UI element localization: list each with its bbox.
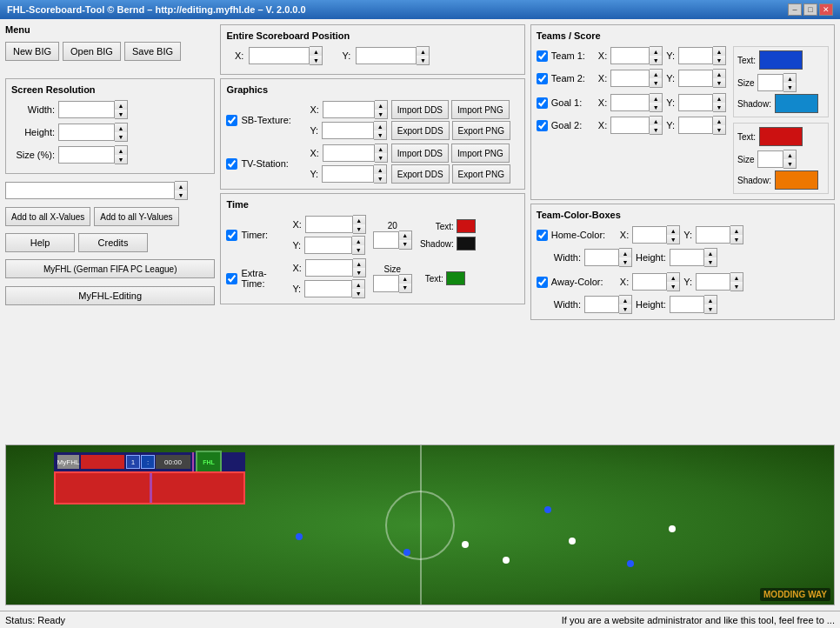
away-x-up[interactable]: ▲ — [667, 273, 679, 282]
team1-y-down[interactable]: ▼ — [713, 56, 725, 64]
team1-x-down[interactable]: ▼ — [650, 56, 662, 64]
goal2-x-down[interactable]: ▼ — [650, 125, 662, 134]
pos-y-input[interactable]: 31 — [356, 47, 417, 64]
away-height-down[interactable]: ▼ — [704, 304, 717, 313]
tv-y-input[interactable]: 10 — [322, 165, 374, 183]
zero-down-btn[interactable]: ▼ — [175, 190, 187, 199]
zero-input-field[interactable]: 0 — [5, 182, 175, 199]
team2-size-down[interactable]: ▼ — [783, 159, 796, 168]
away-width-input[interactable]: 100 — [584, 296, 619, 313]
width-input[interactable]: 1360 — [58, 101, 115, 118]
team2-size-up[interactable]: ▲ — [783, 150, 796, 159]
away-x-down[interactable]: ▼ — [667, 282, 679, 291]
help-button[interactable]: Help — [5, 233, 75, 252]
goal1-y-input[interactable]: 5 — [678, 94, 713, 111]
goal2-x-up[interactable]: ▲ — [650, 117, 662, 125]
maximize-button[interactable]: □ — [803, 3, 817, 16]
timer-size-input[interactable]: 20 — [373, 231, 399, 249]
goal1-x-input[interactable]: 90 — [610, 94, 650, 111]
tv-station-checkbox[interactable] — [226, 158, 237, 170]
away-y-down[interactable]: ▼ — [730, 282, 743, 291]
team1-text-swatch[interactable] — [759, 50, 803, 70]
tv-export-png-button[interactable]: Export PNG — [452, 164, 510, 184]
goal2-x-input[interactable]: 186 — [610, 117, 650, 134]
goal2-y-up[interactable]: ▲ — [713, 117, 725, 125]
team1-shadow-swatch[interactable] — [775, 94, 818, 113]
extra-size-up[interactable]: ▲ — [399, 275, 411, 284]
sb-y-up[interactable]: ▲ — [374, 122, 386, 130]
away-width-down[interactable]: ▼ — [619, 304, 631, 313]
pos-y-down[interactable]: ▼ — [417, 56, 429, 64]
add-x-button[interactable]: Add to all X-Values — [5, 207, 90, 226]
timer-y-down[interactable]: ▼ — [352, 245, 364, 254]
goal2-y-down[interactable]: ▼ — [713, 125, 725, 134]
team1-size-down[interactable]: ▼ — [783, 83, 796, 91]
goal1-x-up[interactable]: ▲ — [650, 94, 662, 103]
team2-checkbox[interactable] — [537, 73, 548, 84]
tv-x-up[interactable]: ▲ — [375, 144, 387, 153]
home-color-checkbox[interactable] — [537, 230, 548, 241]
away-x-input[interactable]: 233 — [632, 273, 667, 291]
timer-text-swatch[interactable] — [457, 219, 476, 233]
extra-time-checkbox[interactable] — [226, 273, 237, 284]
goal1-y-down[interactable]: ▼ — [713, 103, 725, 111]
height-input[interactable]: 768 — [58, 124, 115, 141]
timer-checkbox[interactable] — [226, 230, 237, 241]
home-width-down[interactable]: ▼ — [619, 257, 631, 266]
team1-size-up[interactable]: ▲ — [783, 74, 796, 83]
sb-export-dds-button[interactable]: Export DDS — [391, 121, 450, 140]
credits-button[interactable]: Credits — [78, 233, 148, 252]
sb-x-input[interactable]: 254 — [323, 101, 375, 118]
pos-x-input[interactable]: 50 — [249, 47, 310, 64]
tv-y-down[interactable]: ▼ — [374, 174, 386, 183]
team2-y-down[interactable]: ▼ — [713, 78, 725, 87]
close-button[interactable]: ✕ — [819, 3, 833, 16]
tv-y-up[interactable]: ▲ — [374, 165, 386, 174]
sb-y-input[interactable]: 63 — [322, 122, 374, 139]
home-y-input[interactable]: 5 — [696, 226, 730, 244]
height-up-btn[interactable]: ▲ — [115, 124, 127, 132]
sb-x-up[interactable]: ▲ — [375, 101, 387, 110]
away-y-input[interactable]: 5 — [696, 273, 730, 291]
team1-x-input[interactable]: 38 — [610, 47, 650, 64]
team1-size-input[interactable]: 18 — [757, 74, 783, 91]
tv-import-dds-button[interactable]: Import DDS — [391, 144, 449, 163]
sb-import-dds-button[interactable]: Import DDS — [391, 100, 449, 119]
team1-checkbox[interactable] — [537, 50, 548, 62]
timer-shadow-swatch[interactable] — [457, 237, 476, 251]
pos-x-up[interactable]: ▲ — [310, 47, 322, 56]
myfhl-editing-button[interactable]: MyFHL-Editing — [5, 286, 215, 305]
height-down-btn[interactable]: ▼ — [115, 132, 127, 141]
team2-y-input[interactable]: 5 — [678, 70, 713, 87]
timer-x-up[interactable]: ▲ — [353, 216, 365, 224]
timer-size-up[interactable]: ▲ — [399, 231, 411, 240]
tv-import-png-button[interactable]: Import PNG — [451, 144, 510, 163]
extra-y-input[interactable]: 5 — [304, 280, 352, 297]
home-x-up[interactable]: ▲ — [667, 226, 679, 235]
team1-y-up[interactable]: ▲ — [713, 47, 725, 56]
home-y-down[interactable]: ▼ — [730, 235, 743, 244]
team1-y-input[interactable]: 5 — [678, 47, 713, 64]
extra-x-input[interactable]: 126 — [305, 259, 353, 277]
timer-y-input[interactable]: 5 — [304, 237, 352, 254]
team2-x-input[interactable]: 136 — [610, 70, 650, 87]
timer-x-down[interactable]: ▼ — [353, 224, 365, 233]
home-height-input[interactable]: 100 — [670, 249, 704, 266]
pos-x-down[interactable]: ▼ — [310, 56, 322, 64]
extra-size-input[interactable]: 18 — [373, 275, 399, 292]
team2-text-swatch[interactable] — [759, 127, 803, 146]
add-y-button[interactable]: Add to all Y-Values — [94, 207, 178, 226]
extra-text-swatch[interactable] — [446, 271, 465, 285]
pos-y-up[interactable]: ▲ — [417, 47, 429, 56]
new-big-button[interactable]: New BIG — [5, 42, 59, 61]
away-color-checkbox[interactable] — [537, 277, 548, 288]
extra-y-down[interactable]: ▼ — [352, 289, 364, 297]
tv-export-dds-button[interactable]: Export DDS — [391, 164, 450, 184]
home-height-up[interactable]: ▲ — [704, 249, 717, 257]
myfhl-button[interactable]: MyFHL (German FIFA PC League) — [5, 259, 215, 278]
sb-y-down[interactable]: ▼ — [374, 130, 386, 139]
team2-shadow-swatch[interactable] — [775, 170, 818, 190]
home-x-input[interactable]: 135 — [632, 226, 667, 244]
away-height-input[interactable]: 100 — [670, 296, 704, 313]
team2-x-down[interactable]: ▼ — [650, 78, 662, 87]
